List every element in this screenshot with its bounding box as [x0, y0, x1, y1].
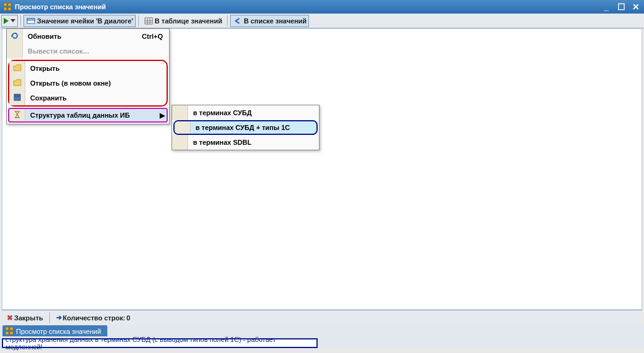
menu-open-label: Открыть — [25, 65, 167, 72]
menu-refresh-shortcut: Ctrl+Q — [142, 33, 169, 40]
rowcount-display: ➔ Количество строк: 0 — [54, 312, 133, 324]
titlebar: Просмотр списка значений _ ☐ ✕ — [0, 0, 644, 14]
svg-rect-14 — [15, 95, 19, 97]
rowcount-value: 0 — [126, 314, 130, 322]
svg-rect-0 — [4, 3, 7, 6]
submenu-dbms-1c[interactable]: в терминах СУБД + типы 1С — [173, 120, 318, 135]
play-icon — [4, 18, 9, 24]
submenu-dbms-1c-label: в терминах СУБД + типы 1С — [191, 124, 316, 131]
save-icon — [13, 93, 22, 103]
folder-icon — [13, 64, 22, 73]
run-dropdown-button[interactable] — [1, 15, 18, 27]
in-table-button[interactable]: В таблице значений — [141, 15, 225, 27]
close-panel-button[interactable]: ✖ Закрыть — [4, 312, 46, 324]
taskbar-tab-icon — [5, 327, 14, 336]
in-list-label: В списке значений — [244, 17, 307, 25]
close-button[interactable]: ✕ — [630, 2, 642, 12]
cell-value-label: Значение ячейки 'В диалоге' — [37, 17, 133, 25]
bottom-toolbar: ✖ Закрыть ➔ Количество строк: 0 — [2, 310, 642, 325]
svg-rect-17 — [6, 331, 9, 335]
menu-refresh[interactable]: Обновить Ctrl+Q — [7, 29, 169, 44]
window-icon — [2, 2, 12, 12]
table-icon — [144, 16, 154, 26]
svg-marker-12 — [14, 79, 21, 86]
menu-structure[interactable]: Структура таблиц данных ИБ ▶ — [8, 108, 168, 123]
main-menu: Обновить Ctrl+Q Вывести список… Открыть … — [6, 28, 170, 124]
toolbar-separator — [227, 15, 228, 26]
menu-save-label: Сохранить — [25, 94, 167, 102]
submenu-dbms-label: в терминах СУБД — [188, 109, 319, 116]
statusbar: структура хранения данных в терминах СУБ… — [0, 337, 644, 349]
svg-rect-6 — [145, 18, 152, 24]
menu-refresh-label: Обновить — [23, 33, 142, 40]
menu-save[interactable]: Сохранить — [9, 91, 167, 105]
svg-rect-16 — [10, 327, 13, 330]
submenu-arrow-icon: ▶ — [158, 112, 167, 120]
in-list-button[interactable]: В списке значений — [230, 15, 309, 27]
close-panel-label: Закрыть — [14, 314, 43, 322]
menu-export: Вывести список… — [7, 44, 169, 59]
submenu-sdbl-label: в терминах SDBL — [188, 139, 319, 146]
rowcount-label: Количество строк: — [63, 314, 125, 322]
status-text: структура хранения данных в терминах СУБ… — [6, 336, 314, 351]
toolbar-separator — [20, 15, 21, 26]
submenu-dbms[interactable]: в терминах СУБД — [172, 105, 319, 120]
taskbar: Просмотр списка значений — [0, 325, 644, 337]
in-table-label: В таблице значений — [155, 17, 222, 25]
svg-rect-3 — [8, 7, 11, 10]
svg-rect-5 — [27, 18, 35, 20]
taskbar-tab-label: Просмотр списка значений — [16, 328, 101, 335]
folder-new-icon — [13, 79, 22, 87]
menu-open[interactable]: Открыть — [9, 61, 167, 76]
list-arrow-icon — [233, 16, 242, 26]
svg-rect-2 — [4, 7, 7, 10]
menu-open-new-label: Открыть (в новом окне) — [25, 79, 167, 87]
menu-open-new[interactable]: Открыть (в новом окне) — [9, 76, 167, 91]
submenu-sdbl[interactable]: в терминах SDBL — [172, 135, 319, 150]
refresh-icon — [10, 31, 19, 41]
maximize-button[interactable]: ☐ — [616, 2, 627, 12]
menu-export-label: Вывести список… — [23, 47, 169, 55]
close-icon: ✖ — [7, 314, 13, 322]
status-message: структура хранения данных в терминах СУБ… — [2, 338, 318, 348]
structure-submenu: в терминах СУБД в терминах СУБД + типы 1… — [171, 105, 320, 150]
svg-marker-11 — [14, 65, 21, 71]
minimize-button[interactable]: _ — [601, 2, 612, 12]
window-title: Просмотр списка значений — [15, 3, 601, 10]
cell-value-button[interactable]: Значение ячейки 'В диалоге' — [23, 15, 136, 27]
dropdown-icon — [10, 19, 15, 22]
hourglass-icon — [13, 110, 22, 120]
menu-structure-label: Структура таблиц данных ИБ — [25, 112, 158, 119]
svg-rect-1 — [8, 3, 11, 6]
toolbar: Значение ячейки 'В диалоге' В таблице зн… — [0, 14, 644, 28]
svg-rect-15 — [6, 327, 9, 330]
toolbar-separator — [138, 15, 139, 26]
svg-rect-18 — [10, 331, 13, 335]
annotation-red-box: Открыть Открыть (в новом окне) Сохранить — [8, 60, 168, 107]
cell-icon — [26, 16, 36, 26]
taskbar-tab[interactable]: Просмотр списка значений — [2, 325, 107, 336]
toolbar-separator — [49, 312, 50, 323]
arrow-right-icon: ➔ — [56, 314, 62, 322]
